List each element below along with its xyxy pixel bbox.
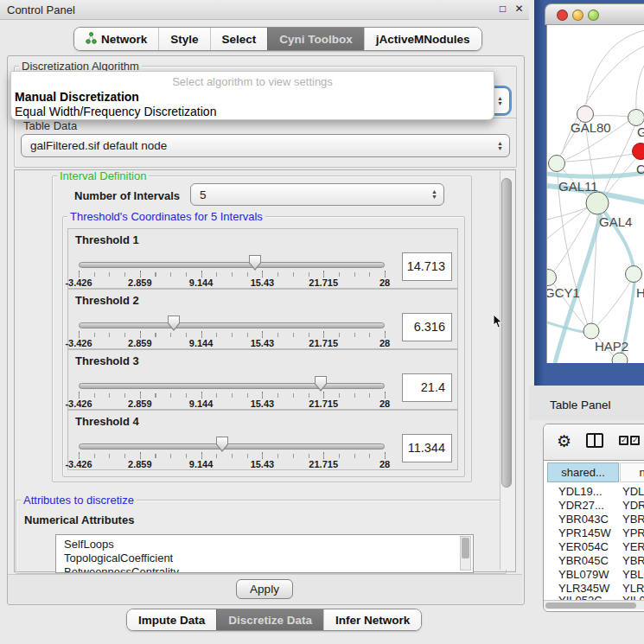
combo-stepper-icon[interactable]: ▲ ▼ (431, 189, 437, 200)
apply-button[interactable]: Apply (236, 579, 293, 599)
table-row[interactable]: YBR045CYBR0 (544, 554, 644, 568)
table-row[interactable]: YDL19...YDL1 (544, 485, 644, 499)
table-data-value: galFiltered.sif default node (30, 139, 167, 152)
panel-scrollbar-thumb[interactable] (501, 178, 512, 488)
threshold-4-value-field[interactable]: 11.344 (402, 434, 452, 462)
combo-stepper-icon[interactable]: ▲ ▼ (497, 141, 503, 151)
checkbox-icon[interactable]: ✓ (619, 436, 628, 445)
slider-ticks-minor (79, 393, 386, 398)
app-root: Control Panel □ ✕ Network Style Select C… (0, 0, 644, 644)
split-view-icon[interactable] (586, 433, 603, 448)
tab-style[interactable]: Style (158, 28, 209, 50)
scale-label: 21.715 (309, 277, 338, 288)
cell-shared-name: YBR043C (558, 513, 609, 526)
network-canvas[interactable]: GAL80 GA C GAL11 GAL4 GCY1 H HAP2 (546, 25, 644, 363)
table-row[interactable]: YPR145WYPR1 (544, 526, 644, 540)
tab-network-label: Network (101, 33, 147, 46)
node-label-partial-red: C (636, 162, 644, 176)
threshold-row-2: Threshold 2 -3.426 2.859 9.144 15.43 21.… (67, 289, 458, 349)
scale-label: 15.43 (251, 338, 275, 348)
threshold-1-slider-track[interactable] (79, 262, 385, 268)
node-red-selected[interactable] (633, 143, 644, 160)
threshold-4-slider-thumb[interactable] (216, 437, 228, 452)
combo-stepper-icon[interactable]: ▲ ▼ (497, 96, 503, 106)
attributes-group-label: Attributes to discretize (21, 494, 137, 506)
checkbox-icon[interactable]: ✓ (630, 436, 640, 445)
mouse-cursor (493, 314, 503, 332)
node-label-partial-right: H (636, 285, 644, 300)
node-top-right[interactable] (628, 110, 644, 126)
zoom-traffic-light-icon[interactable] (588, 10, 599, 21)
threshold-2-slider-thumb[interactable] (168, 316, 180, 331)
node-right[interactable] (626, 266, 642, 283)
network-window-titlebar[interactable] (545, 3, 644, 25)
table-row[interactable]: YBL079WYBL0 (544, 568, 644, 582)
scale-label: 21.715 (309, 338, 338, 348)
table-panel-card: ⚙ ✓ ✓ shared... na YDL19...YDL1 YDR27...… (543, 424, 644, 612)
scale-label: 9.144 (189, 399, 214, 409)
threshold-3-slider-thumb[interactable] (315, 376, 327, 392)
threshold-1-label: Threshold 1 (75, 233, 139, 246)
scale-label: 9.144 (189, 277, 214, 288)
list-item[interactable]: TopologicalCoefficient (64, 552, 173, 564)
tab-jactivemnodules[interactable]: jActiveMNodules (364, 28, 481, 50)
column-header-name[interactable]: na (620, 462, 644, 482)
threshold-3-slider-track[interactable] (79, 383, 385, 389)
tab-select[interactable]: Select (210, 28, 268, 50)
tab-cyni-toolbox[interactable]: Cyni Toolbox (267, 28, 364, 50)
scale-label: 15.43 (251, 459, 275, 469)
table-data-combobox[interactable]: galFiltered.sif default node ▲ ▼ (21, 134, 510, 157)
threshold-1-slider-thumb[interactable] (249, 255, 261, 271)
network-icon (86, 32, 97, 47)
num-intervals-value: 5 (200, 188, 207, 201)
table-horizontal-scrollbar[interactable] (544, 600, 644, 609)
slider-ticks-minor (79, 454, 386, 458)
table-panel-title: Table Panel (550, 399, 611, 411)
table-row[interactable]: YDR27...YDR2 (544, 499, 644, 513)
cell-shared-name: YER054C (558, 540, 609, 554)
threshold-1-value-field[interactable]: 14.713 (402, 252, 452, 281)
list-scrollbar[interactable] (460, 536, 471, 571)
dropdown-option-equal-width[interactable]: Equal Width/Frequency Discretization (15, 105, 216, 118)
table-row[interactable]: YBR043CYBR0 (544, 513, 644, 526)
node-gcy1[interactable] (547, 270, 557, 286)
minimize-traffic-light-icon[interactable] (572, 10, 583, 21)
scale-label: 2.859 (128, 277, 152, 288)
dropdown-option-manual[interactable]: Manual Discretization (15, 90, 139, 104)
threshold-3-label: Threshold 3 (75, 354, 139, 367)
close-traffic-light-icon[interactable] (557, 10, 568, 21)
list-scrollbar-thumb[interactable] (462, 538, 469, 558)
table-row[interactable]: YER054CYER0 (544, 540, 644, 554)
scale-label: 21.715 (309, 399, 338, 409)
node-gal4[interactable] (586, 192, 609, 214)
scale-label: -3.426 (65, 277, 92, 288)
node-hap2[interactable] (583, 323, 599, 339)
num-intervals-combobox[interactable]: 5 ▲ ▼ (190, 183, 444, 206)
threshold-2-value-field[interactable]: 6.316 (402, 313, 452, 341)
tab-discretize-data[interactable]: Discretize Data (216, 609, 323, 630)
node-bottom[interactable] (612, 353, 628, 363)
tab-impute-data[interactable]: Impute Data (127, 609, 216, 630)
scale-label: 9.144 (189, 459, 214, 469)
threshold-row-4: Threshold 4 -3.426 2.859 9.144 15.43 21.… (67, 410, 458, 470)
tab-infer-network[interactable]: Infer Network (323, 609, 421, 630)
scale-label: -3.426 (65, 459, 92, 469)
threshold-4-slider-track[interactable] (79, 443, 385, 450)
node-gal11[interactable] (549, 156, 565, 172)
float-window-icon[interactable]: □ (496, 3, 509, 16)
cell-shared-name: YDL19... (558, 485, 603, 499)
close-window-icon[interactable]: ✕ (513, 3, 526, 16)
threshold-2-label: Threshold 2 (75, 294, 139, 307)
thresholds-group-label: Threshold's Coordinates for 5 Intervals (67, 211, 265, 222)
attributes-list[interactable]: SelfLoops TopologicalCoefficient Between… (55, 534, 474, 573)
list-item[interactable]: BetweennessCentrality (64, 565, 179, 573)
threshold-2-slider-track[interactable] (79, 322, 385, 328)
table-scrollbar-thumb[interactable] (545, 603, 636, 609)
threshold-3-value-field[interactable]: 21.4 (402, 373, 452, 402)
scale-label: 2.859 (128, 338, 152, 348)
gear-icon[interactable]: ⚙ (557, 431, 571, 450)
tab-network[interactable]: Network (74, 28, 158, 50)
list-item[interactable]: SelfLoops (64, 538, 114, 551)
down-arrow-icon: ▼ (497, 146, 503, 151)
column-header-shared-name[interactable]: shared... (547, 462, 619, 482)
